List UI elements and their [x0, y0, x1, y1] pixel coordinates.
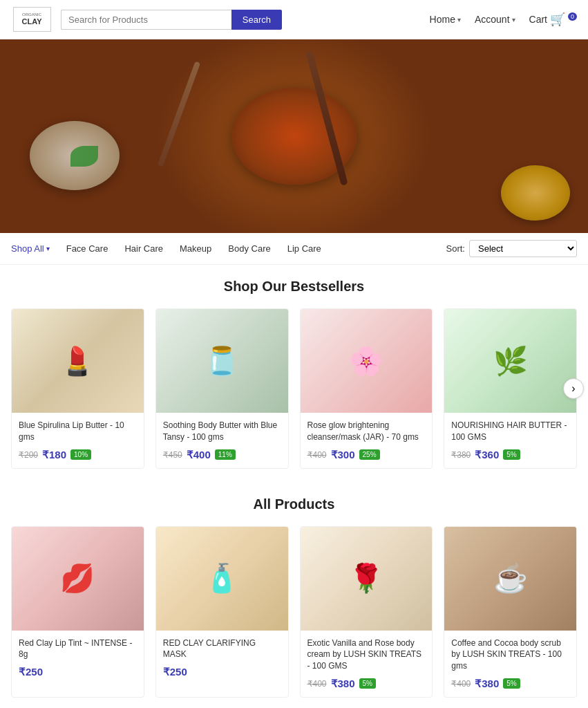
product-image: 🌹 — [301, 527, 433, 631]
cat-makeup[interactable]: Makeup — [180, 243, 211, 254]
price-row: ₹400 ₹380 5% — [307, 678, 426, 690]
price-row: ₹380 ₹360 5% — [451, 449, 569, 461]
sort-section: Sort: Select Price: Low to High Price: H… — [446, 240, 577, 257]
product-info: Red Clay Lip Tint ~ INTENSE - 8g ₹250 — [12, 631, 144, 686]
product-card[interactable]: 💋 Red Clay Lip Tint ~ INTENSE - 8g ₹250 — [11, 526, 144, 698]
site-logo[interactable]: ORGANIC CLAY — [11, 6, 53, 33]
discount-badge: 10% — [70, 449, 91, 460]
product-card[interactable]: 🌿 NOURISHING HAIR BUTTER - 100 GMS ₹380 … — [444, 308, 577, 469]
current-price: ₹250 — [163, 666, 187, 678]
product-name: Exotic Vanilla and Rose body cream by LU… — [307, 637, 426, 672]
discount-badge: 25% — [359, 449, 380, 460]
site-header: ORGANIC CLAY Search Home ▾ Account ▾ Car… — [0, 0, 588, 39]
product-image: 🌿 — [444, 309, 576, 413]
product-image: 🧴 — [156, 527, 288, 631]
current-price: ₹300 — [331, 449, 355, 461]
original-price: ₹400 — [307, 679, 327, 689]
main-nav: Home ▾ Account ▾ Cart 🛒 0 — [430, 12, 577, 27]
chevron-down-icon: ▾ — [457, 16, 461, 24]
discount-badge: 5% — [503, 678, 520, 689]
product-card[interactable]: 🧴 RED CLAY CLARIFYING MASK ₹250 — [155, 526, 289, 698]
product-info: NOURISHING HAIR BUTTER - 100 GMS ₹380 ₹3… — [444, 413, 576, 468]
cart-count: 0 — [568, 12, 577, 21]
product-name: Coffee and Cocoa body scrub by LUSH SKIN… — [451, 637, 569, 672]
product-card[interactable]: ☕ Coffee and Cocoa body scrub by LUSH SK… — [444, 526, 577, 698]
discount-badge: 11% — [215, 449, 236, 460]
product-card[interactable]: 🫙 Soothing Body Butter with Blue Tansy -… — [155, 308, 289, 469]
current-price: ₹380 — [475, 678, 499, 690]
price-row: ₹200 ₹180 10% — [19, 449, 137, 461]
current-price: ₹250 — [19, 666, 43, 678]
price-row: ₹400 ₹380 5% — [451, 678, 569, 690]
price-row: ₹400 ₹300 25% — [307, 449, 426, 461]
search-button[interactable]: Search — [231, 10, 282, 30]
cart-icon: 🛒 — [550, 12, 565, 27]
product-image: 💋 — [12, 527, 144, 631]
category-nav: Shop All ▾ Face Care Hair Care Makeup Bo… — [0, 233, 588, 265]
price-row: ₹450 ₹400 11% — [163, 449, 281, 461]
product-name: RED CLAY CLARIFYING MASK — [163, 637, 281, 661]
hero-banner — [0, 39, 588, 233]
discount-badge: 5% — [359, 678, 376, 689]
product-info: RED CLAY CLARIFYING MASK ₹250 — [156, 631, 288, 686]
chevron-down-icon: ▾ — [46, 245, 50, 252]
product-name: Rose glow brightening cleanser/mask (JAR… — [307, 420, 426, 443]
product-info: Coffee and Cocoa body scrub by LUSH SKIN… — [444, 631, 576, 697]
cat-lip-care[interactable]: Lip Care — [287, 243, 321, 254]
original-price: ₹400 — [307, 450, 327, 460]
product-info: Soothing Body Butter with Blue Tansy - 1… — [156, 413, 288, 468]
bestsellers-grid: 💄 Blue Spirulina Lip Butter - 10 gms ₹20… — [11, 308, 577, 469]
product-info: Exotic Vanilla and Rose body cream by LU… — [301, 631, 433, 697]
original-price: ₹200 — [19, 450, 38, 460]
current-price: ₹180 — [42, 449, 66, 461]
bestsellers-title: Shop Our Bestsellers — [11, 279, 577, 295]
product-name: NOURISHING HAIR BUTTER - 100 GMS — [451, 420, 569, 443]
carousel-next-button[interactable]: › — [563, 378, 584, 399]
product-info: Rose glow brightening cleanser/mask (JAR… — [301, 413, 433, 468]
sort-select[interactable]: Select Price: Low to High Price: High to… — [469, 240, 577, 257]
product-name: Blue Spirulina Lip Butter - 10 gms — [19, 420, 137, 443]
price-row: ₹250 — [19, 666, 137, 678]
product-card[interactable]: 🌸 Rose glow brightening cleanser/mask (J… — [300, 308, 433, 469]
all-products-section: All Products 💋 Red Clay Lip Tint ~ INTEN… — [0, 483, 588, 708]
cat-body-care[interactable]: Body Care — [228, 243, 270, 254]
nav-home[interactable]: Home ▾ — [430, 14, 461, 25]
product-image: ☕ — [444, 527, 576, 631]
current-price: ₹380 — [331, 678, 355, 690]
product-name: Red Clay Lip Tint ~ INTENSE - 8g — [19, 637, 137, 661]
product-name: Soothing Body Butter with Blue Tansy - 1… — [163, 420, 281, 443]
chevron-down-icon: ▾ — [512, 16, 515, 24]
bestsellers-grid-wrap: 💄 Blue Spirulina Lip Butter - 10 gms ₹20… — [11, 308, 577, 469]
product-card[interactable]: 💄 Blue Spirulina Lip Butter - 10 gms ₹20… — [11, 308, 144, 469]
product-image: 🌸 — [301, 309, 433, 413]
bestsellers-section: Shop Our Bestsellers 💄 Blue Spirulina Li… — [0, 265, 588, 483]
discount-badge: 5% — [503, 449, 520, 460]
all-products-title: All Products — [11, 496, 577, 512]
price-row: ₹250 — [163, 666, 281, 678]
product-image: 🫙 — [156, 309, 288, 413]
product-image: 💄 — [12, 309, 144, 413]
cat-face-care[interactable]: Face Care — [66, 243, 108, 254]
cat-shop-all[interactable]: Shop All ▾ — [11, 243, 50, 254]
current-price: ₹400 — [187, 449, 211, 461]
search-bar: Search — [61, 10, 282, 30]
cat-hair-care[interactable]: Hair Care — [124, 243, 163, 254]
sort-label: Sort: — [446, 243, 465, 254]
product-info: Blue Spirulina Lip Butter - 10 gms ₹200 … — [12, 413, 144, 468]
nav-account[interactable]: Account ▾ — [475, 14, 515, 25]
cart-link[interactable]: Cart 🛒 0 — [529, 12, 577, 27]
original-price: ₹380 — [451, 450, 471, 460]
all-products-grid: 💋 Red Clay Lip Tint ~ INTENSE - 8g ₹250 … — [11, 526, 577, 698]
search-input[interactable] — [61, 10, 231, 30]
original-price: ₹400 — [451, 679, 471, 689]
product-card[interactable]: 🌹 Exotic Vanilla and Rose body cream by … — [300, 526, 433, 698]
current-price: ₹360 — [475, 449, 499, 461]
original-price: ₹450 — [163, 450, 182, 460]
